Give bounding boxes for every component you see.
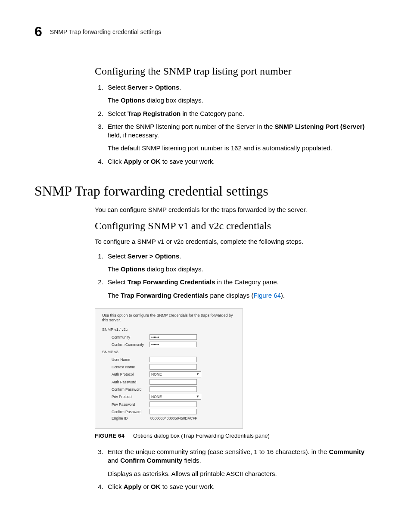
chapter-number: 6 (34, 24, 42, 40)
auth-protocol-label: Auth Protocol (112, 372, 149, 376)
user-name-label: User Name (112, 358, 149, 362)
engine-id-value: 80000634030050450DACFF (149, 416, 197, 420)
auth-password-label: Auth Password (112, 380, 149, 384)
list-item: Enter the unique community string (case … (105, 448, 377, 478)
subsection-heading-v1-v2c: Configuring SNMP v1 and v2c credentials (95, 220, 377, 232)
priv-protocol-label: Priv Protocol (112, 395, 149, 399)
section3-intro: To configure a SNMP v1 or v2c credential… (95, 238, 377, 245)
confirm-password-label: Confirm Password (112, 387, 149, 392)
list-item: Select Trap Forwarding Credentials in th… (105, 278, 377, 300)
context-name-input[interactable] (149, 364, 197, 370)
list-item: Select Server > Options. The Options dia… (105, 83, 377, 105)
page-header: 6 SNMP Trap forwarding credential settin… (34, 24, 377, 40)
list-item: Select Server > Options. The Options dia… (105, 252, 377, 274)
context-name-label: Context Name (112, 365, 149, 369)
group-snmp-v1v2c: SNMP v1 / v2c (102, 327, 236, 332)
community-input[interactable]: •••••• (149, 334, 197, 340)
figure-link[interactable]: Figure 64 (253, 292, 280, 299)
chevron-down-icon: ▼ (196, 371, 199, 377)
steps-list-credentials: Select Server > Options. The Options dia… (95, 252, 377, 300)
confirm-community-input[interactable]: •••••• (149, 342, 197, 347)
list-item: Enter the SNMP listening port number of … (105, 122, 377, 153)
list-item: Select Trap Registration in the Category… (105, 109, 377, 118)
section-intro: You can configure SNMP credentials for t… (95, 206, 377, 213)
steps-list-credentials-cont: Enter the unique community string (case … (95, 448, 377, 491)
priv-password-label: Priv Password (112, 402, 149, 407)
priv-protocol-select[interactable]: NONE▼ (149, 394, 201, 400)
engine-id-label: Engine ID (112, 416, 149, 420)
figure-caption: FIGURE 64Options dialog box (Trap Forwar… (95, 432, 377, 439)
confirm-password-input[interactable] (149, 386, 197, 392)
priv-password-input[interactable] (149, 401, 197, 407)
header-title: SNMP Trap forwarding credential settings (50, 28, 161, 35)
chevron-down-icon: ▼ (196, 394, 199, 400)
list-item: Click Apply or OK to save your work. (105, 157, 377, 166)
dialog-caption: Use this option to configure the SNMP cr… (102, 313, 236, 323)
user-name-input[interactable] (149, 357, 197, 362)
community-label: Community (112, 335, 149, 339)
auth-password-input[interactable] (149, 379, 197, 385)
trap-forwarding-credentials-dialog: Use this option to configure the SNMP cr… (95, 308, 243, 429)
auth-protocol-select[interactable]: NONE▼ (149, 371, 201, 377)
confirm-password2-input[interactable] (149, 409, 197, 414)
section-heading-credential-settings: SNMP Trap forwarding credential settings (34, 183, 377, 199)
list-item: Click Apply or OK to save your work. (105, 482, 377, 491)
group-snmp-v3: SNMP v3 (102, 350, 236, 354)
confirm-community-label: Confirm Community (112, 342, 149, 347)
steps-list-port: Select Server > Options. The Options dia… (95, 83, 377, 166)
confirm-password2-label: Confirm Password (112, 410, 149, 414)
subsection-heading-configure-port: Configuring the SNMP trap listing port n… (95, 65, 377, 77)
